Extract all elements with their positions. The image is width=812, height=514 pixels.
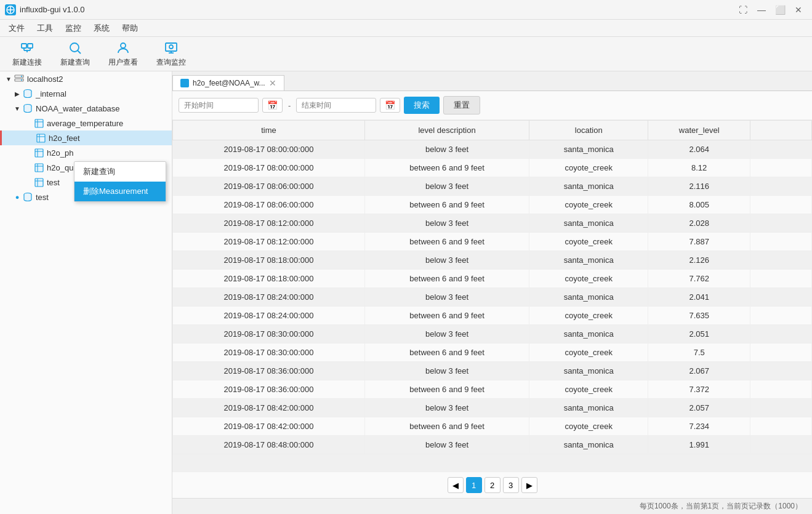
new-connection-button[interactable]: 新建连接 <box>6 38 48 70</box>
fullscreen-button[interactable]: ⛶ <box>734 3 752 17</box>
tab-table-icon <box>180 79 189 87</box>
svg-rect-31 <box>35 164 43 172</box>
svg-rect-4 <box>28 44 33 48</box>
table-cell: santa_monica <box>529 251 648 270</box>
table-cell: santa_monica <box>529 325 648 343</box>
user-view-button[interactable]: 用户查看 <box>102 38 144 70</box>
table-cell: santa_monica <box>529 177 648 196</box>
svg-point-19 <box>21 79 22 81</box>
svg-point-15 <box>169 45 173 49</box>
table-row[interactable]: 2019-08-17 08:12:00:000between 6 and 9 f… <box>173 233 812 251</box>
table-cell: between 6 and 9 feet <box>364 380 529 399</box>
sidebar-item-h2o-feet[interactable]: ▶ h2o_feet <box>0 131 172 145</box>
table-row[interactable]: 2019-08-17 08:18:00:000below 3 feetsanta… <box>173 251 812 270</box>
title-bar: influxdb-gui v1.0.0 ⛶ — ⬜ ✕ <box>0 0 812 20</box>
table-container[interactable]: time level description location water_le… <box>172 120 812 472</box>
table-cell: 2019-08-17 08:18:00:000 <box>173 251 365 270</box>
end-calendar-button[interactable]: 📅 <box>380 98 400 113</box>
table-cell: 2.067 <box>648 362 750 380</box>
table-row[interactable]: 2019-08-17 08:30:00:000below 3 feetsanta… <box>173 325 812 343</box>
table-row[interactable]: 2019-08-17 08:36:00:000below 3 feetsanta… <box>173 362 812 380</box>
table-row[interactable]: 2019-08-17 08:24:00:000between 6 and 9 f… <box>173 307 812 325</box>
svg-rect-34 <box>35 179 43 187</box>
svg-rect-22 <box>35 119 43 127</box>
page-2-button[interactable]: 2 <box>484 477 500 493</box>
context-menu-new-query[interactable]: 新建查询 <box>74 162 166 182</box>
menu-system[interactable]: 系统 <box>87 21 116 36</box>
table-cell: 7.234 <box>648 417 750 436</box>
table-cell: coyote_creek <box>529 233 648 251</box>
table-cell-extra <box>750 325 812 343</box>
reset-button[interactable]: 重置 <box>443 96 480 114</box>
menu-tools[interactable]: 工具 <box>31 21 59 36</box>
table-row[interactable]: 2019-08-17 08:48:00:000below 3 feetsanta… <box>173 436 812 454</box>
page-3-button[interactable]: 3 <box>503 477 519 493</box>
table-cell: 2019-08-17 08:48:00:000 <box>173 436 365 454</box>
table-cell-extra <box>750 362 812 380</box>
menu-monitor[interactable]: 监控 <box>59 21 87 36</box>
toolbar: 新建连接 新建查询 用户查看 查询监控 <box>0 37 812 71</box>
sidebar-item-internal[interactable]: ▶ _internal <box>0 86 172 101</box>
col-extra <box>750 121 812 140</box>
avg-temp-label: average_temperature <box>47 119 123 128</box>
table-cell: between 6 and 9 feet <box>364 307 529 325</box>
context-menu-delete[interactable]: 删除Measurement <box>74 182 166 201</box>
table-cell: coyote_creek <box>529 343 648 362</box>
table-cell: 2019-08-17 08:30:00:000 <box>173 325 365 343</box>
table-row[interactable]: 2019-08-17 08:00:00:000between 6 and 9 f… <box>173 159 812 177</box>
table-row[interactable]: 2019-08-17 08:36:00:000between 6 and 9 f… <box>173 380 812 399</box>
start-time-input[interactable] <box>179 98 259 113</box>
sidebar-item-localhost2[interactable]: ▼ localhost2 <box>0 71 172 86</box>
tab-close-button[interactable]: ✕ <box>269 79 276 87</box>
table-cell: coyote_creek <box>529 159 648 177</box>
table-cell: 2019-08-17 08:00:00:000 <box>173 140 365 159</box>
table-cell: 7.762 <box>648 270 750 288</box>
table-cell-extra <box>750 196 812 214</box>
search-button[interactable]: 搜索 <box>404 97 440 114</box>
table-cell-extra <box>750 288 812 307</box>
menu-file[interactable]: 文件 <box>2 21 31 36</box>
query-monitor-button[interactable]: 查询监控 <box>150 38 192 70</box>
app-title: influxdb-gui v1.0.0 <box>20 5 734 14</box>
tree-arrow-internal: ▶ <box>12 89 22 98</box>
query-toolbar: 📅 - 📅 搜索 重置 <box>172 91 812 120</box>
table-row[interactable]: 2019-08-17 08:42:00:000between 6 and 9 f… <box>173 417 812 436</box>
table-row[interactable]: 2019-08-17 08:12:00:000below 3 feetsanta… <box>173 214 812 233</box>
table-row[interactable]: 2019-08-17 08:06:00:000below 3 feetsanta… <box>173 177 812 196</box>
page-1-button[interactable]: 1 <box>466 477 482 493</box>
next-page-button[interactable]: ▶ <box>521 477 537 493</box>
sidebar-item-avg-temp[interactable]: ▶ average_temperature <box>0 116 172 131</box>
new-query-button[interactable]: 新建查询 <box>54 38 96 70</box>
server-icon <box>14 73 25 84</box>
h2o-temperature-label: test <box>47 178 60 187</box>
table-row[interactable]: 2019-08-17 08:18:00:000between 6 and 9 f… <box>173 270 812 288</box>
minimize-button[interactable]: — <box>753 3 770 17</box>
tab-h2o-feet[interactable]: h2o_feet@NOAA_w... ✕ <box>172 75 284 90</box>
start-calendar-button[interactable]: 📅 <box>262 98 283 113</box>
table-row[interactable]: 2019-08-17 08:00:00:000below 3 feetsanta… <box>173 140 812 159</box>
table-cell-extra <box>750 159 812 177</box>
col-location: location <box>529 121 648 140</box>
table-row[interactable]: 2019-08-17 08:06:00:000between 6 and 9 f… <box>173 196 812 214</box>
table-cell: 2019-08-17 08:42:00:000 <box>173 417 365 436</box>
sidebar-item-h2o-ph[interactable]: ▶ h2o_ph <box>0 145 172 160</box>
prev-page-button[interactable]: ◀ <box>448 477 464 493</box>
table-row[interactable]: 2019-08-17 08:30:00:000between 6 and 9 f… <box>173 343 812 362</box>
table-row[interactable]: 2019-08-17 08:24:00:000below 3 feetsanta… <box>173 288 812 307</box>
table-row[interactable]: 2019-08-17 08:42:00:000below 3 feetsanta… <box>173 399 812 417</box>
tree-arrow-noaa: ▼ <box>12 103 22 113</box>
svg-point-9 <box>70 43 79 52</box>
table-cell: 2019-08-17 08:00:00:000 <box>173 159 365 177</box>
close-button[interactable]: ✕ <box>790 3 807 17</box>
table-cell: below 3 feet <box>364 140 529 159</box>
menu-help[interactable]: 帮助 <box>116 21 144 36</box>
tree-arrow-localhost2: ▼ <box>4 74 14 84</box>
end-time-input[interactable] <box>296 98 376 113</box>
table-cell-extra <box>750 270 812 288</box>
maximize-button[interactable]: ⬜ <box>771 3 789 17</box>
table-cell: 7.5 <box>648 343 750 362</box>
table-cell: below 3 feet <box>364 436 529 454</box>
table-cell-extra <box>750 399 812 417</box>
table-cell: coyote_creek <box>529 307 648 325</box>
sidebar-item-noaa[interactable]: ▼ NOAA_water_database <box>0 101 172 116</box>
